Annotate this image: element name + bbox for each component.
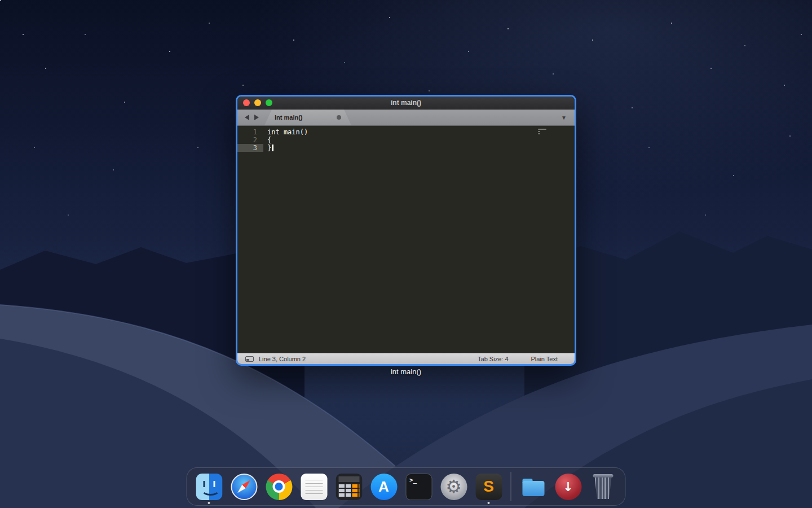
dock-item-calculator[interactable] <box>332 468 367 505</box>
dock-item-folder[interactable] <box>516 468 551 505</box>
line-number-gutter: 1 2 3 <box>237 128 263 353</box>
dock-item-chrome[interactable] <box>262 468 297 505</box>
sublime-text-icon <box>475 474 502 500</box>
dock-item-finder[interactable] <box>192 468 227 505</box>
red-circle-app-icon <box>555 474 581 500</box>
code-text: } <box>267 144 271 152</box>
tab-bar: int main() ▼ <box>237 110 575 126</box>
forward-icon[interactable] <box>254 115 259 120</box>
text-caret <box>272 144 273 151</box>
status-bar: Line 3, Column 2 Tab Size: 4 Plain Text <box>237 353 575 364</box>
code-line: { <box>263 136 308 144</box>
tab-label: int main() <box>275 114 303 121</box>
wallpaper-stars <box>0 0 1 1</box>
dock-item-app-store[interactable] <box>367 468 401 505</box>
dock-item-system-preferences[interactable] <box>436 468 471 505</box>
app-store-icon <box>370 474 397 500</box>
dock-item-safari[interactable] <box>227 468 262 505</box>
back-icon[interactable] <box>245 115 249 120</box>
tab-nav-arrows <box>237 110 264 125</box>
dock <box>187 467 626 506</box>
dock-item-textedit[interactable] <box>297 468 332 505</box>
code-text: { <box>267 136 271 144</box>
panel-toggle-icon[interactable] <box>245 356 254 362</box>
dock-item-red-circle-app[interactable] <box>551 468 586 505</box>
terminal-icon <box>405 474 432 500</box>
line-number: 1 <box>237 128 263 136</box>
dock-separator <box>511 472 511 501</box>
line-number: 2 <box>237 136 263 144</box>
finder-icon <box>196 474 222 500</box>
tab-int-main[interactable]: int main() <box>264 110 351 125</box>
editor-area[interactable]: 1 2 3 int main() { } <box>237 126 575 353</box>
dock-item-sublime-text[interactable] <box>471 468 506 505</box>
chrome-icon <box>266 474 292 500</box>
status-cursor-position: Line 3, Column 2 <box>259 356 306 362</box>
folder-icon <box>520 474 546 500</box>
system-preferences-icon <box>440 474 467 500</box>
sublime-text-window: int main() int main() ▼ 1 2 3 int main()… <box>236 95 576 366</box>
running-indicator <box>488 502 490 504</box>
tab-list-dropdown-icon[interactable]: ▼ <box>561 115 575 121</box>
code-line: int main() <box>263 128 308 136</box>
line-number-current: 3 <box>237 144 263 152</box>
code-text: int main() <box>267 128 308 136</box>
running-indicator <box>208 502 210 504</box>
minimap-line <box>538 131 540 132</box>
safari-icon <box>231 474 257 500</box>
window-accessibility-label: int main() <box>236 367 576 376</box>
minimap[interactable] <box>538 129 546 135</box>
status-syntax[interactable]: Plain Text <box>531 356 558 362</box>
minimap-line <box>538 129 546 130</box>
modified-dot-icon <box>337 115 341 120</box>
code-column[interactable]: int main() { } <box>263 128 308 353</box>
status-tab-size[interactable]: Tab Size: 4 <box>478 356 508 362</box>
trash-icon <box>593 474 614 499</box>
calculator-icon <box>336 474 362 500</box>
dock-item-terminal[interactable] <box>401 468 436 505</box>
window-titlebar[interactable]: int main() <box>237 97 575 110</box>
textedit-icon <box>301 474 327 500</box>
minimap-line <box>538 133 540 134</box>
dock-item-trash[interactable] <box>586 468 621 505</box>
code-line: } <box>263 144 308 152</box>
window-title: int main() <box>237 99 575 107</box>
